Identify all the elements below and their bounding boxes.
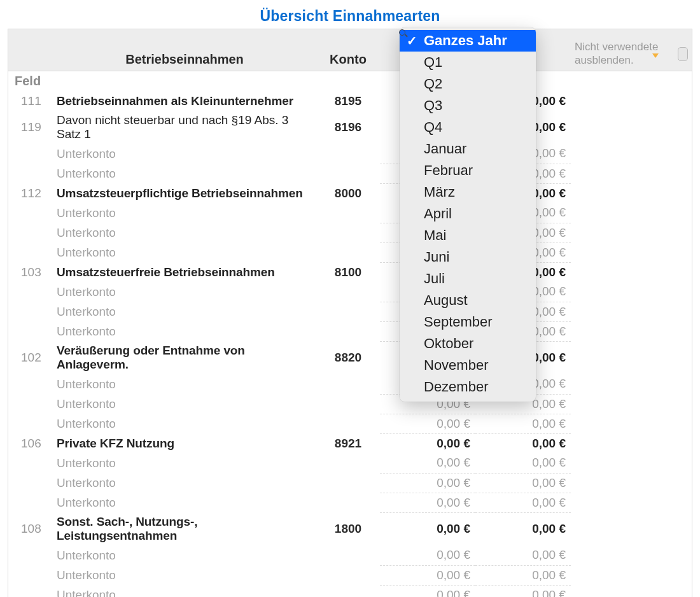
period-option[interactable]: Q2 (400, 73, 536, 95)
cell-bez[interactable]: Unterkonto (53, 144, 316, 164)
account-row[interactable]: 106Private KFZ Nutzung89210,00 €0,00 € (8, 433, 692, 453)
period-option[interactable]: Dezember (400, 376, 536, 398)
cell-feld (8, 282, 53, 302)
cell-feld (8, 585, 53, 597)
page-title: Übersicht Einnahmearten (8, 8, 692, 25)
cell-bez[interactable]: Unterkonto (53, 242, 316, 262)
cell-feld (8, 242, 53, 262)
cell-bez[interactable]: Unterkonto (53, 321, 316, 341)
cell-bez[interactable]: Unterkonto (53, 414, 316, 433)
period-dropdown[interactable]: Ganzes JahrQ1Q2Q3Q4JanuarFebruarMärzApri… (400, 27, 536, 402)
period-option[interactable]: Mai (400, 225, 536, 246)
cell-konto (316, 374, 380, 394)
cell-feld (8, 414, 53, 433)
cell-feld (8, 203, 53, 223)
subaccount-row[interactable]: Unterkonto0,00 €0,00 € (8, 585, 692, 597)
account-row[interactable]: 102Veräußerung oder Entnahme von Anlagev… (8, 341, 692, 374)
account-row[interactable]: 119Davon nicht steuerbar und nach §19 Ab… (8, 111, 692, 144)
cell-feld: 112 (8, 183, 53, 203)
cell-bez[interactable]: Unterkonto (53, 282, 316, 302)
table-header: Betriebseinnahmen Konto USt Nicht verwen… (8, 29, 692, 71)
col-bez[interactable]: Betriebseinnahmen (53, 52, 316, 67)
subaccount-row[interactable]: Unterkonto0,00 €0,00 € (8, 242, 692, 262)
period-option[interactable]: Q1 (400, 52, 536, 73)
period-option[interactable]: Q4 (400, 116, 536, 138)
cell-feld (8, 473, 53, 493)
cell-bez[interactable]: Unterkonto (53, 164, 316, 183)
subaccount-row[interactable]: Unterkonto0,00 €0,00 € (8, 414, 692, 433)
subaccount-row[interactable]: Unterkonto0,00 €0,00 € (8, 164, 692, 183)
cell-brutto: 0,00 € (380, 512, 475, 545)
subaccount-row[interactable]: Unterkonto0,00 €0,00 € (8, 545, 692, 565)
period-option[interactable]: April (400, 203, 536, 225)
cell-bez: Umsatzsteuerpflichtige Betriebseinnahmen (53, 183, 316, 203)
period-option[interactable]: Juli (400, 268, 536, 290)
account-row[interactable]: 111Betriebseinnahmen als Kleinunternehme… (8, 91, 692, 111)
cell-bez[interactable]: Unterkonto (53, 545, 316, 565)
subaccount-row[interactable]: Unterkonto0,00 €0,00 € (8, 394, 692, 414)
period-option[interactable]: März (400, 181, 536, 203)
cell-feld (8, 394, 53, 414)
account-row[interactable]: 108Sonst. Sach-, Nutzungs-, Leistungsent… (8, 512, 692, 545)
cell-feld (8, 565, 53, 585)
period-option[interactable]: Juni (400, 246, 536, 268)
subaccount-row[interactable]: Unterkonto0,00 €0,00 € (8, 473, 692, 493)
cell-feld: 108 (8, 512, 53, 545)
cell-bez[interactable]: Unterkonto (53, 585, 316, 597)
cell-bez[interactable]: Unterkonto (53, 302, 316, 321)
cell-ust: 0,00 € (475, 565, 571, 585)
period-option[interactable]: Ganzes Jahr (400, 30, 536, 52)
cell-feld (8, 493, 53, 512)
cell-bez[interactable]: Unterkonto (53, 493, 316, 512)
period-option[interactable]: Januar (400, 138, 536, 160)
cell-bez[interactable]: Unterkonto (53, 223, 316, 242)
cell-bez[interactable]: Unterkonto (53, 453, 316, 473)
period-option[interactable]: Oktober (400, 333, 536, 355)
subaccount-row[interactable]: Unterkonto0,00 €0,00 € (8, 223, 692, 242)
period-option[interactable]: Q3 (400, 95, 536, 116)
subaccount-row[interactable]: Unterkonto0,00 €0,00 € (8, 302, 692, 321)
cell-feld: 111 (8, 91, 53, 111)
cell-konto (316, 453, 380, 473)
cell-bez[interactable]: Unterkonto (53, 394, 316, 414)
subaccount-row[interactable]: Unterkonto0,00 €0,00 € (8, 282, 692, 302)
period-option[interactable]: November (400, 355, 536, 376)
cell-feld: 102 (8, 341, 53, 374)
cell-konto (316, 203, 380, 223)
cell-feld (8, 223, 53, 242)
account-row[interactable]: 112Umsatzsteuerpflichtige Betriebseinnah… (8, 183, 692, 203)
period-option[interactable]: August (400, 290, 536, 311)
cell-konto (316, 414, 380, 433)
cell-bez: Umsatzsteuerfreie Betriebseinnahmen (53, 262, 316, 282)
subaccount-row[interactable]: Unterkonto0,00 €0,00 € (8, 493, 692, 512)
subaccount-row[interactable]: Unterkonto0,00 €0,00 € (8, 203, 692, 223)
income-table: Feld 111Betriebseinnahmen als Kleinunter… (8, 71, 692, 597)
account-row[interactable]: 103Umsatzsteuerfreie Betriebseinnahmen81… (8, 262, 692, 282)
cell-konto: 8000 (316, 183, 380, 203)
cell-konto (316, 282, 380, 302)
subaccount-row[interactable]: Unterkonto0,00 €0,00 € (8, 321, 692, 341)
cell-bez[interactable]: Unterkonto (53, 473, 316, 493)
col-konto[interactable]: Konto (316, 52, 380, 67)
cell-bez[interactable]: Unterkonto (53, 203, 316, 223)
cell-konto (316, 394, 380, 414)
cell-konto (316, 585, 380, 597)
subaccount-row[interactable]: Unterkonto0,00 €0,00 € (8, 453, 692, 473)
cell-brutto: 0,00 € (380, 585, 475, 597)
subaccount-row[interactable]: Unterkonto0,00 €0,00 € (8, 144, 692, 164)
cell-bez[interactable]: Unterkonto (53, 565, 316, 585)
cell-ust: 0,00 € (475, 585, 571, 597)
subaccount-row[interactable]: Unterkonto0,00 €0,00 € (8, 374, 692, 394)
subaccount-row[interactable]: Unterkonto0,00 €0,00 € (8, 565, 692, 585)
cell-brutto: 0,00 € (380, 565, 475, 585)
cell-feld (8, 164, 53, 183)
cell-bez[interactable]: Unterkonto (53, 374, 316, 394)
cell-konto (316, 565, 380, 585)
hide-unused-checkbox[interactable] (678, 47, 688, 61)
cell-konto: 8196 (316, 111, 380, 144)
cell-bez: Sonst. Sach-, Nutzungs-, Leistungsentnah… (53, 512, 316, 545)
period-option[interactable]: Februar (400, 160, 536, 181)
cell-feld (8, 545, 53, 565)
period-option[interactable]: September (400, 311, 536, 333)
cell-ust: 0,00 € (475, 512, 571, 545)
